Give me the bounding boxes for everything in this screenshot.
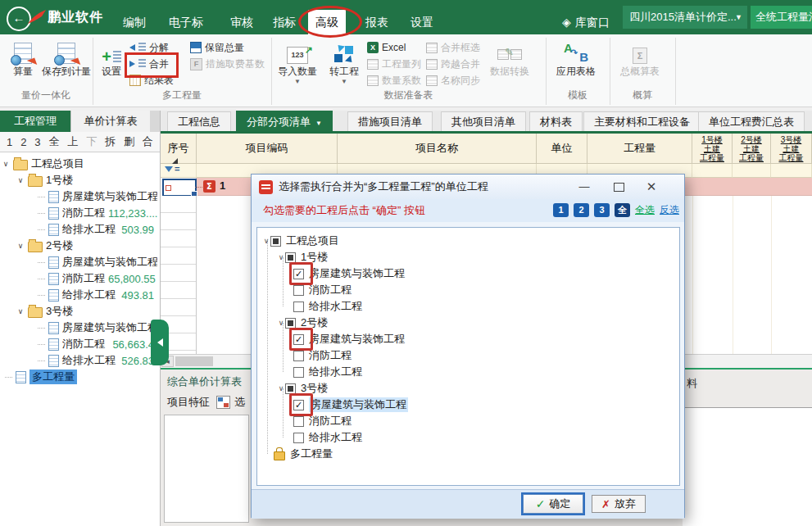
tree-item-label: 消防工程 [62, 206, 105, 220]
tab-project-info[interactable]: 工程信息 [167, 111, 231, 132]
tab-bill-of-quantities[interactable]: 分部分项清单▼ [236, 111, 333, 132]
tree-item[interactable]: 消防工程 65,800.55 [38, 270, 157, 287]
tree-tool-merge[interactable]: 合 [143, 134, 153, 149]
close-button[interactable]: ✕ [640, 178, 663, 196]
tree-tool-up[interactable]: 上 [67, 134, 78, 149]
to-project-button[interactable]: 转工程 ▼ [324, 38, 364, 85]
dialog-tree-item[interactable]: 给排水工程 [293, 429, 362, 446]
save-to-calc-button[interactable]: 保存到计量 [41, 38, 92, 77]
column-header-b3-qty[interactable]: 3号楼土建工程量 [771, 134, 812, 164]
chevron-down-icon: ∨ [16, 307, 25, 315]
scrollbar-thumb[interactable] [175, 356, 213, 366]
table-icon [367, 59, 379, 70]
clipped-tab-label[interactable]: 料 [687, 376, 697, 391]
maximize-button[interactable] [614, 183, 624, 192]
tree-tool-split[interactable]: 拆 [105, 134, 116, 149]
feature-pick-label[interactable]: 选 [234, 395, 245, 410]
calc-quantity-button[interactable]: 算量 [5, 38, 41, 77]
dialog-tree-item[interactable]: 给排水工程 [293, 364, 362, 380]
dialog-tree-item-locked[interactable]: 多工程量 [274, 446, 333, 462]
tree-tool-1[interactable]: 1 [7, 136, 12, 148]
column-header-b1-qty[interactable]: 1号楼土建工程量 [692, 134, 733, 164]
tree-item-building2[interactable]: ∨ 2号楼 [16, 238, 174, 254]
tree-item[interactable]: 房屋建筑与装饰工程 [38, 254, 157, 270]
quick-select-1-button[interactable]: 1 [553, 203, 569, 217]
invert-select-link[interactable]: 反选 [660, 203, 679, 217]
quick-select-3-button[interactable]: 3 [594, 203, 610, 217]
filter-funnel-icon[interactable] [165, 166, 173, 172]
checkbox-unchecked[interactable] [293, 351, 304, 361]
tree-item-building3[interactable]: ∨ 3号楼 [16, 303, 174, 320]
column-header-code[interactable]: 项目编码 [197, 134, 338, 164]
filter-cell[interactable] [692, 164, 733, 178]
multi-settings-button[interactable]: + 设置 [95, 38, 128, 77]
menu-item-dianzibiao[interactable]: 电子标 [161, 10, 211, 34]
list-type-button[interactable]: 全统工程量清 [751, 6, 812, 29]
tree-tool-delete[interactable]: 删 [124, 134, 134, 149]
checkbox-partial[interactable] [285, 383, 296, 394]
minimize-button[interactable]: — [573, 178, 596, 196]
quick-select-2-button[interactable]: 2 [574, 203, 589, 217]
dialog-tree-item[interactable]: 给排水工程 [293, 298, 362, 315]
tree-item[interactable]: 消防工程 56,663.4 [38, 336, 157, 352]
quota-selector-value: 四川2015清单计价定... [623, 11, 737, 23]
cancel-button[interactable]: ✗ 放弃 [592, 495, 646, 513]
tab-main-materials-equipment[interactable]: 主要材料和工程设备 [583, 111, 701, 132]
column-header-quantity[interactable]: 工程量 [587, 134, 692, 164]
tree-item-multi-quantity[interactable]: 多工程量 [5, 369, 162, 385]
menu-item-shezhi[interactable]: 设置 [403, 10, 441, 34]
tab-measure-items[interactable]: 措施项目清单 [347, 111, 433, 132]
menu-item-bianzhi[interactable]: 编制 [116, 10, 153, 34]
tab-materials[interactable]: 材料表 [529, 111, 583, 132]
checkbox-unchecked[interactable] [293, 416, 304, 427]
tree-item[interactable]: 房屋建筑与装饰工程 [38, 320, 157, 336]
select-all-link[interactable]: 全选 [635, 203, 655, 217]
dialog-tree-label: 消防工程 [309, 348, 352, 363]
checkbox-unchecked[interactable] [293, 367, 304, 378]
column-header-b2-qty[interactable]: 2号楼土建工程量 [733, 134, 771, 164]
checkbox-partial[interactable] [285, 318, 296, 329]
quota-selector-dropdown[interactable]: 四川2015清单计价定... ▼ [623, 6, 747, 29]
checkbox-unchecked[interactable] [293, 433, 304, 443]
tree-tool-2[interactable]: 2 [20, 136, 26, 148]
quick-select-all-button[interactable]: 全 [615, 203, 630, 217]
feature-text-area[interactable] [164, 415, 249, 523]
tab-composite-unit-price[interactable]: 综合单价计算表 [167, 374, 242, 389]
menu-item-shenhe[interactable]: 审核 [223, 10, 261, 34]
tree-guide-line [267, 241, 268, 454]
menu-item-baobiao[interactable]: 报表 [358, 10, 396, 34]
tree-item[interactable]: 给排水工程 526.83 [38, 352, 157, 369]
apply-table-button[interactable]: A↷B 应用表格 [551, 38, 601, 77]
splitter-collapse-handle[interactable] [151, 320, 169, 365]
tree-item[interactable]: 消防工程 112,233.... [38, 205, 157, 221]
tree-tool-all[interactable]: 全 [48, 134, 59, 149]
checkbox-unchecked[interactable] [293, 302, 304, 312]
confirm-button[interactable]: ✓ 确定 [523, 494, 583, 514]
tab-project-manage[interactable]: 工程管理 [0, 111, 70, 132]
checkbox-unchecked[interactable] [293, 285, 304, 296]
tree-tool-3[interactable]: 3 [34, 136, 40, 148]
filter-cell[interactable] [733, 164, 771, 178]
column-header-unit[interactable]: 单位 [537, 134, 587, 164]
checkbox-partial[interactable] [285, 252, 296, 263]
excel-button[interactable]: XExcel [367, 39, 406, 56]
column-header-name[interactable]: 项目名称 [338, 134, 537, 164]
import-quantity-button[interactable]: 123↗ 导入数量 ▼ [275, 38, 320, 85]
library-window-label: 库窗口 [575, 10, 610, 34]
tree-item-building1[interactable]: ∨ 1号楼 [16, 172, 174, 188]
tab-unit-price-calc[interactable]: 单价计算表 [70, 111, 150, 132]
checkbox-partial[interactable] [270, 236, 281, 247]
feature-picker-icon[interactable] [216, 396, 230, 409]
tree-item[interactable]: 给排水工程 493.81 [38, 287, 157, 303]
tree-item-root[interactable]: ∨ 工程总项目 [2, 156, 159, 172]
tab-unit-cost-summary[interactable]: 单位工程费汇总表 [698, 111, 805, 132]
tree-item[interactable]: 给排水工程 503.99 [38, 221, 157, 238]
tree-item[interactable]: 房屋建筑与装饰工程 [38, 188, 157, 205]
library-window-button[interactable]: ◈ 库窗口 [562, 10, 610, 34]
tree-item-label: 房屋建筑与装饰工程 [62, 320, 157, 335]
column-header-seq[interactable]: 序号 [161, 134, 197, 164]
tab-other-items[interactable]: 其他项目清单 [441, 111, 526, 132]
keep-total-button[interactable]: 保留总量 [190, 39, 244, 56]
filter-cell[interactable] [771, 164, 812, 178]
dialog-tree-root[interactable]: ∨ 工程总项目 [262, 233, 339, 249]
